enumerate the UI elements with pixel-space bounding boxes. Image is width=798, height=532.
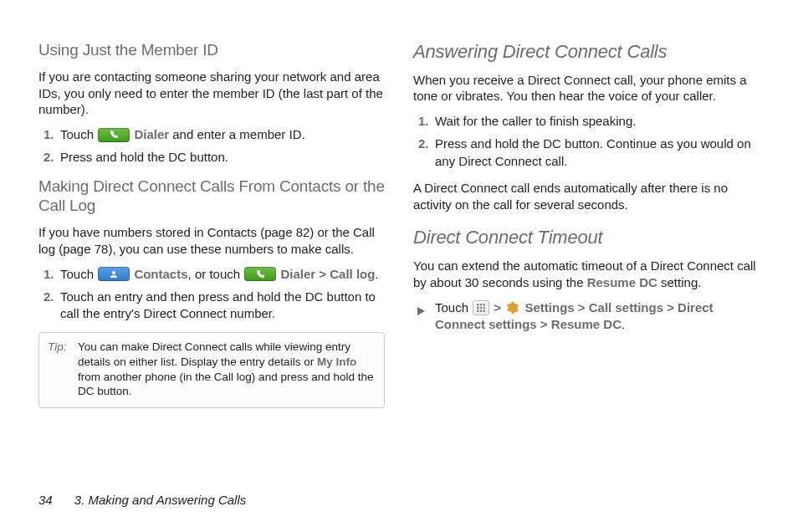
svg-rect-4 xyxy=(480,306,483,309)
para-answering-end: A Direct Connect call ends automatically… xyxy=(413,180,760,213)
triangle-bullet-icon xyxy=(417,303,425,320)
tip-text-a: You can make Direct Connect calls while … xyxy=(78,340,350,368)
contacts-label: Contacts xyxy=(134,267,187,281)
step-member-id-2: Press and hold the DC button. xyxy=(38,149,385,166)
contacts-icon xyxy=(98,267,130,281)
para-answering-intro: When you receive a Direct Connect call, … xyxy=(413,72,760,105)
resume-dc-label: Resume DC xyxy=(551,317,622,331)
step-text: Touch xyxy=(60,267,97,281)
step-contacts-2: Touch an entry and then press and hold t… xyxy=(38,289,385,323)
breadcrumb-separator: > xyxy=(663,300,678,315)
heading-answering: Answering Direct Connect Calls xyxy=(413,40,760,64)
svg-rect-3 xyxy=(477,306,479,309)
para-from-contacts-intro: If you have numbers stored in Contacts (… xyxy=(38,224,385,258)
settings-gear-icon xyxy=(505,300,520,315)
para-timeout-intro: You can extend the automatic timeout of … xyxy=(413,258,760,291)
left-column: Using Just the Member ID If you are cont… xyxy=(38,40,385,475)
svg-rect-0 xyxy=(477,304,479,306)
para-text-b: setting. xyxy=(657,275,702,289)
dialer-label: Dialer xyxy=(134,127,169,141)
right-column: Answering Direct Connect Calls When you … xyxy=(413,40,760,475)
my-info-label: My Info xyxy=(317,356,356,368)
step-text-dot: . xyxy=(622,317,625,331)
para-member-id-intro: If you are contacting someone sharing yo… xyxy=(38,69,385,118)
breadcrumb-separator: > xyxy=(490,300,504,315)
heading-from-contacts: Making Direct Connect Calls From Contact… xyxy=(38,176,385,217)
step-member-id-1: Touch Dialer and enter a member ID. xyxy=(38,126,385,143)
svg-rect-2 xyxy=(483,304,486,306)
step-text: Touch xyxy=(60,127,97,141)
heading-timeout: Direct Connect Timeout xyxy=(413,226,760,249)
step-text-mid: , or touch xyxy=(188,267,244,281)
dialer-icon xyxy=(244,267,276,281)
call-settings-label: Call settings xyxy=(589,300,663,315)
svg-rect-8 xyxy=(483,309,486,312)
tip-text-b: from another phone (in the Call log) and… xyxy=(78,371,373,398)
dialer-icon xyxy=(98,128,130,142)
step-text: Touch xyxy=(435,300,472,315)
step-contacts-1: Touch Contacts, or touch Dialer > Call l… xyxy=(38,266,385,283)
step-text-dot: . xyxy=(375,267,378,281)
steps-from-contacts: Touch Contacts, or touch Dialer > Call l… xyxy=(38,266,385,323)
tip-box: Tip: You can make Direct Connect calls w… xyxy=(38,332,385,407)
resume-dc-label: Resume DC xyxy=(587,275,657,289)
page-number: 34 xyxy=(38,493,53,507)
steps-answering: Wait for the caller to finish speaking. … xyxy=(413,113,760,170)
page-columns: Using Just the Member ID If you are cont… xyxy=(38,40,760,475)
call-log-label: Call log xyxy=(330,267,375,281)
chapter-title: 3. Making and Answering Calls xyxy=(74,493,246,507)
svg-rect-6 xyxy=(477,309,479,312)
step-timeout-path: Touch > Settings > Call settings > Direc… xyxy=(413,299,760,334)
svg-rect-7 xyxy=(480,309,483,312)
steps-member-id: Touch Dialer and enter a member ID. Pres… xyxy=(38,126,385,166)
breadcrumb-separator: > xyxy=(315,267,330,281)
dialer-label: Dialer xyxy=(280,267,315,281)
breadcrumb-separator: > xyxy=(537,317,551,331)
apps-grid-icon xyxy=(473,300,489,315)
heading-member-id: Using Just the Member ID xyxy=(38,40,385,60)
tip-body: You can make Direct Connect calls while … xyxy=(78,340,376,398)
step-text-tail: and enter a member ID. xyxy=(169,127,305,141)
svg-rect-5 xyxy=(483,306,486,309)
step-answering-2: Press and hold the DC button. Continue a… xyxy=(413,136,760,170)
step-answering-1: Wait for the caller to finish speaking. xyxy=(413,113,760,130)
settings-label: Settings xyxy=(524,300,574,315)
tip-label: Tip: xyxy=(48,340,73,398)
page-footer: 34 3. Making and Answering Calls xyxy=(38,493,246,507)
para-text-a: You can extend the automatic timeout of … xyxy=(413,258,756,289)
breadcrumb-separator: > xyxy=(575,300,589,315)
svg-rect-1 xyxy=(480,304,483,306)
